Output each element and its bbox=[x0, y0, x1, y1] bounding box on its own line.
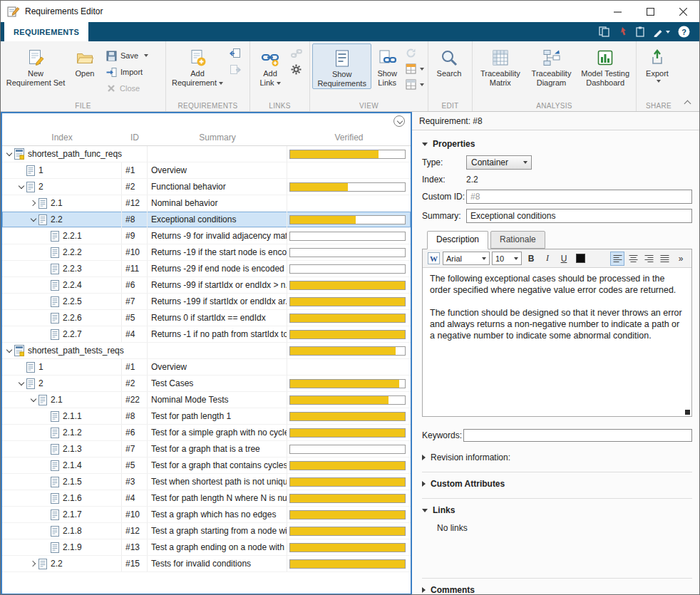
custom-attributes-header[interactable]: Custom Attributes bbox=[422, 472, 692, 489]
tree-row[interactable]: 2#2Test Cases bbox=[2, 376, 411, 392]
tree-row[interactable]: 2.1.6#4Test for path length N where N is… bbox=[2, 490, 411, 507]
demote-requirement-button[interactable] bbox=[230, 64, 241, 76]
align-right-button[interactable] bbox=[642, 252, 656, 266]
font-family-select[interactable]: Arial bbox=[443, 252, 490, 265]
tree-row[interactable]: 2.1.9#13Test a graph ending on a node wi… bbox=[2, 539, 411, 556]
row-index-label: 2.1.7 bbox=[63, 509, 82, 519]
refresh-button[interactable] bbox=[406, 48, 424, 58]
import-button[interactable]: Import bbox=[104, 66, 150, 78]
tree-row[interactable]: shortest_path_func_reqs bbox=[2, 146, 411, 162]
keywords-input[interactable] bbox=[463, 429, 692, 442]
tree-row[interactable]: 2.1.5#3Test when shortest path is not un… bbox=[2, 474, 411, 490]
maximize-button[interactable] bbox=[634, 1, 666, 22]
align-left-button[interactable] bbox=[610, 252, 624, 266]
revision-information-header[interactable]: Revision information: bbox=[422, 452, 692, 462]
custom-id-input[interactable] bbox=[466, 190, 692, 204]
add-requirement-button[interactable]: Add Requirement bbox=[168, 43, 227, 88]
close-button[interactable] bbox=[666, 1, 699, 22]
promote-requirement-button[interactable] bbox=[230, 48, 241, 59]
tree-expand-icon[interactable] bbox=[29, 198, 38, 208]
column-header-id[interactable]: ID bbox=[122, 133, 148, 143]
show-links-button[interactable]: Show Links bbox=[371, 43, 403, 88]
minimize-button[interactable] bbox=[601, 1, 634, 22]
tree-row[interactable]: 2.2.5#7Returns -199 if startIdx or endId… bbox=[2, 294, 411, 310]
tree-row[interactable]: 2.1.3#7Test for a graph that is a tree bbox=[2, 441, 411, 457]
link-settings-button[interactable] bbox=[291, 64, 302, 75]
comments-header[interactable]: Comments bbox=[422, 578, 692, 595]
properties-section-header[interactable]: Properties bbox=[422, 139, 692, 149]
pin-icon[interactable] bbox=[617, 26, 627, 37]
tree-row[interactable]: 2.2.2#10Returns -19 if the start node is… bbox=[2, 244, 411, 261]
tree-row[interactable]: 2.2#8Exceptional conditions bbox=[2, 212, 411, 228]
tree-row[interactable]: 1#1Overview bbox=[2, 359, 411, 376]
help-icon[interactable]: ? bbox=[678, 26, 690, 38]
tree-collapse-icon[interactable] bbox=[29, 214, 38, 224]
tree-collapse-icon[interactable] bbox=[4, 346, 14, 356]
tree-row[interactable]: 2.2#15Tests for invalid conditions bbox=[2, 556, 411, 572]
export-button[interactable]: Export bbox=[639, 43, 676, 83]
tree-row[interactable]: 2.2.6#5Returns 0 if startIdx == endIdx bbox=[2, 310, 411, 326]
tree-row[interactable]: 1#1Overview bbox=[2, 162, 411, 179]
font-size-select[interactable]: 10 bbox=[492, 252, 522, 265]
tree-row[interactable]: 2.2.3#11Returns -29 if end node is encod… bbox=[2, 261, 411, 277]
pen-icon[interactable] bbox=[653, 26, 670, 37]
tree-row[interactable]: 2.1#22Nominal Mode Tests bbox=[2, 392, 411, 408]
column-header-summary[interactable]: Summary bbox=[148, 133, 287, 143]
new-requirement-set-button[interactable]: New Requirement Set bbox=[3, 43, 68, 88]
tree-row[interactable]: 2.1.2#6Test for a simple graph with no c… bbox=[2, 425, 411, 441]
traceability-matrix-button[interactable]: Traceability Matrix bbox=[475, 43, 526, 88]
tree-row[interactable]: 2.2.7#4Returns -1 if no path from startI… bbox=[2, 326, 411, 343]
clipboard-icon[interactable] bbox=[635, 26, 645, 37]
tree-row[interactable]: 2#2Functional behavior bbox=[2, 179, 411, 195]
column-header-verified[interactable]: Verified bbox=[287, 133, 411, 143]
tree-row[interactable]: 2.1.1#8Test for path length 1 bbox=[2, 408, 411, 425]
tree-expand-icon[interactable] bbox=[29, 559, 38, 569]
open-in-word-button[interactable]: W bbox=[426, 252, 441, 266]
search-button[interactable]: Search bbox=[431, 43, 468, 78]
tree-row[interactable]: 2.1.7#10Test a graph which has no edges bbox=[2, 507, 411, 523]
row-index-label: 2.1.3 bbox=[63, 444, 82, 454]
tree-row[interactable]: shortest_path_tests_reqs bbox=[2, 343, 411, 359]
align-justify-button[interactable] bbox=[657, 252, 671, 266]
column-view-button[interactable] bbox=[406, 63, 424, 74]
model-testing-dashboard-button[interactable]: Model Testing Dashboard bbox=[577, 43, 634, 88]
align-center-button[interactable] bbox=[626, 252, 640, 266]
summary-input[interactable] bbox=[466, 209, 692, 223]
table-view-button[interactable] bbox=[406, 79, 424, 90]
tree-row[interactable]: 2.2.4#6Returns -99 if startIdx or endIdx… bbox=[2, 277, 411, 294]
row-index-label: 2.2.3 bbox=[63, 264, 82, 274]
tree-collapse-icon[interactable] bbox=[16, 378, 26, 388]
tree-row[interactable]: 2.1.8#12Test a graph starting from a nod… bbox=[2, 523, 411, 539]
copy-icon[interactable] bbox=[599, 26, 609, 37]
tab-description[interactable]: Description bbox=[427, 231, 488, 249]
tree-collapse-icon[interactable] bbox=[4, 149, 14, 159]
tab-rationale[interactable]: Rationale bbox=[490, 231, 545, 249]
underline-button[interactable]: U bbox=[557, 252, 571, 266]
column-header-index[interactable]: Index bbox=[2, 133, 122, 143]
tree-collapse-icon[interactable] bbox=[29, 395, 38, 405]
editor-resize-grip[interactable] bbox=[685, 410, 690, 415]
collapse-ribbon-button[interactable] bbox=[683, 98, 693, 107]
description-text[interactable]: The following exceptional cases should b… bbox=[423, 268, 691, 416]
open-button[interactable]: Open bbox=[68, 43, 101, 78]
view-options-button[interactable] bbox=[393, 115, 405, 127]
type-dropdown[interactable]: Container bbox=[466, 155, 532, 170]
tree-row[interactable]: 2.2.1#9Returns -9 for invalid adjacency … bbox=[2, 228, 411, 244]
row-id: #5 bbox=[122, 310, 148, 326]
text-color-button[interactable] bbox=[573, 252, 587, 266]
add-link-button[interactable]: Add Link bbox=[252, 43, 288, 88]
row-id: #15 bbox=[122, 556, 148, 571]
bold-button[interactable]: B bbox=[524, 252, 538, 266]
delete-link-button[interactable] bbox=[291, 48, 302, 59]
show-requirements-button[interactable]: Show Requirements bbox=[312, 43, 371, 89]
tab-requirements[interactable]: REQUIREMENTS bbox=[4, 22, 88, 41]
italic-button[interactable]: I bbox=[540, 252, 555, 266]
tree-row[interactable]: 2.1#12Nominal behavior bbox=[2, 195, 411, 212]
traceability-diagram-button[interactable]: Traceability Diagram bbox=[526, 43, 577, 88]
tree-collapse-icon[interactable] bbox=[16, 182, 26, 192]
close-file-button[interactable]: Close bbox=[104, 82, 150, 95]
save-button[interactable]: Save bbox=[104, 49, 150, 62]
toolbar-overflow-button[interactable]: » bbox=[674, 252, 688, 266]
links-header[interactable]: Links bbox=[422, 498, 692, 515]
tree-row[interactable]: 2.1.4#5Test for a graph that contains cy… bbox=[2, 457, 411, 474]
